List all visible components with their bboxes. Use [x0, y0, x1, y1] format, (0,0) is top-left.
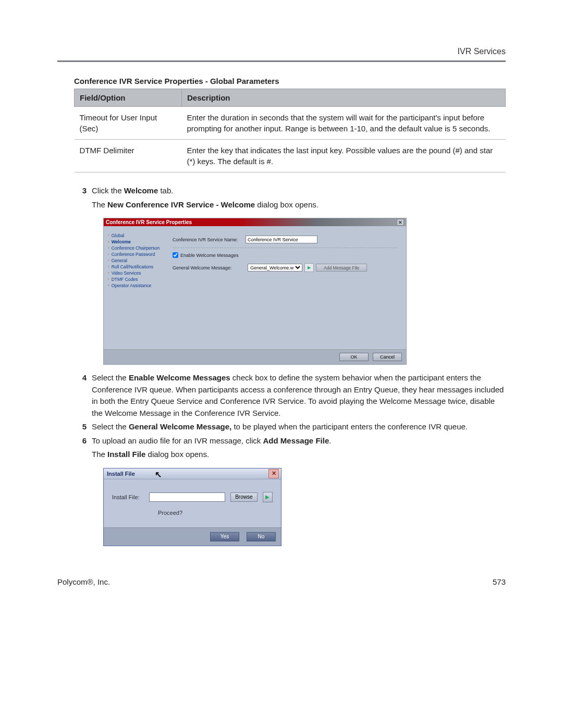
document-page: IVR Services Conference IVR Service Prop…: [0, 0, 563, 618]
enable-welcome-label: Enable Welcome Messages: [180, 253, 238, 258]
enable-welcome-checkbox[interactable]: [173, 252, 178, 258]
nav-label: General: [112, 258, 127, 263]
separator: [173, 248, 398, 248]
text: Click the: [92, 186, 124, 195]
yes-button[interactable]: Yes: [210, 532, 239, 541]
no-button[interactable]: No: [247, 532, 276, 541]
step-4: 4 Select the Enable Welcome Messages che…: [74, 372, 506, 419]
nav-label: Welcome: [112, 239, 131, 244]
section-header: IVR Services: [57, 47, 506, 56]
close-icon[interactable]: ✕: [397, 219, 404, 226]
bold: Add Message File: [263, 436, 329, 445]
table-caption: Conference IVR Service Properties - Glob…: [57, 77, 506, 85]
step-number: 3: [74, 185, 92, 211]
nav-label: Conference Chairperson: [112, 245, 160, 251]
step-number: 5: [74, 421, 92, 433]
text: Select the: [92, 422, 129, 431]
chevron-icon: ›: [108, 277, 109, 281]
step-number: 4: [74, 372, 92, 419]
nav-item-global[interactable]: ›Global: [108, 232, 166, 239]
add-message-file-button[interactable]: Add Message File: [316, 264, 367, 272]
text: The: [92, 200, 107, 209]
table-row: DTMF Delimiter Enter the key that indica…: [75, 140, 506, 172]
nav-item-welcome[interactable]: ›Welcome: [108, 239, 166, 245]
gwm-select[interactable]: General_Welcome.wav: [248, 264, 302, 272]
dialog-titlebar: Install File ↖ ✕: [104, 468, 281, 479]
step-5: 5 Select the General Welcome Message, to…: [74, 421, 506, 433]
install-file-dialog: Install File ↖ ✕ Install File: Browse ▶ …: [103, 468, 282, 546]
dialog-title: Conference IVR Service Properties: [106, 219, 397, 225]
header-rule: [57, 60, 506, 62]
bold: New Conference IVR Service - Welcome: [107, 200, 255, 209]
nav-label: Video Services: [112, 270, 141, 276]
nav-item-chairperson[interactable]: ›Conference Chairperson: [108, 245, 166, 251]
dialog-main: Conference IVR Service Name: Enable Welc…: [167, 231, 403, 346]
step-list: 3 Click the Welcome tab. The New Confere…: [74, 185, 506, 546]
nav-item-rollcall[interactable]: ›Roll Call/Notifications: [108, 264, 166, 270]
service-name-input[interactable]: [246, 236, 317, 243]
cell-desc: Enter the duration in seconds that the s…: [182, 107, 506, 140]
text: To upload an audio file for an IVR messa…: [92, 436, 263, 445]
step-3: 3 Click the Welcome tab. The New Confere…: [74, 185, 506, 211]
footer-right: 573: [493, 577, 506, 586]
page-footer: Polycom®, Inc. 573: [57, 577, 506, 586]
chevron-icon: ›: [108, 252, 109, 256]
chevron-icon: ›: [108, 240, 109, 244]
table-row: Timeout for User Input (Sec) Enter the d…: [75, 107, 506, 140]
dialog-titlebar: Conference IVR Service Properties ✕: [104, 218, 406, 226]
cell-field: DTMF Delimiter: [75, 140, 182, 172]
nav-item-dtmf[interactable]: ›DTMF Codes: [108, 276, 166, 282]
ok-button[interactable]: OK: [339, 353, 369, 361]
chevron-icon: ›: [108, 283, 109, 288]
cancel-button[interactable]: Cancel: [373, 353, 402, 361]
step-6: 6 To upload an audio file for an IVR mes…: [74, 435, 506, 461]
text: tab.: [158, 186, 173, 195]
nav-label: Global: [112, 233, 125, 238]
text: Select the: [92, 373, 129, 382]
col-field: Field/Option: [75, 89, 182, 107]
dialog-nav: ›Global ›Welcome ›Conference Chairperson…: [107, 231, 167, 346]
text: dialog box opens.: [145, 450, 209, 459]
dialog-footer: OK Cancel: [104, 349, 406, 364]
nav-item-operator[interactable]: ›Operator Assistance: [108, 282, 166, 289]
parameters-table: Field/Option Description Timeout for Use…: [74, 89, 506, 172]
text: dialog box opens.: [255, 200, 319, 209]
nav-label: DTMF Codes: [112, 277, 138, 282]
nav-label: Conference Password: [112, 252, 155, 257]
col-desc: Description: [182, 89, 506, 107]
nav-label: Roll Call/Notifications: [112, 264, 153, 269]
install-file-input[interactable]: [149, 492, 225, 502]
text: .: [329, 436, 331, 445]
bold: Welcome: [124, 186, 158, 195]
service-name-label: Conference IVR Service Name:: [173, 237, 246, 242]
chevron-icon: ›: [108, 233, 109, 238]
browse-button[interactable]: Browse: [230, 492, 257, 502]
text: to be played when the participant enters…: [231, 422, 468, 431]
dialog-title: Install File: [106, 471, 268, 477]
chevron-icon: ›: [108, 271, 109, 275]
step-number: 6: [74, 435, 92, 461]
cell-field: Timeout for User Input (Sec): [75, 107, 182, 140]
cursor-icon: ↖: [155, 470, 162, 479]
bold: Enable Welcome Messages: [129, 373, 230, 382]
bold: Install File: [107, 450, 145, 459]
play-icon[interactable]: ▶: [304, 263, 314, 272]
chevron-icon: ›: [108, 258, 109, 263]
chevron-icon: ›: [108, 246, 109, 250]
nav-item-password[interactable]: ›Conference Password: [108, 251, 166, 257]
cell-desc: Enter the key that indicates the last in…: [182, 140, 506, 172]
dialog-footer: Yes No: [104, 527, 281, 546]
close-icon[interactable]: ✕: [268, 469, 279, 478]
gwm-label: General Welcome Message:: [173, 265, 246, 270]
nav-item-video[interactable]: ›Video Services: [108, 270, 166, 276]
conference-ivr-dialog: Conference IVR Service Properties ✕ ›Glo…: [103, 218, 407, 365]
bold: General Welcome Message,: [129, 422, 231, 431]
install-file-label: Install File:: [112, 494, 144, 500]
footer-left: Polycom®, Inc.: [57, 577, 110, 586]
proceed-label: Proceed?: [158, 510, 273, 516]
chevron-icon: ›: [108, 265, 109, 269]
preview-icon[interactable]: ▶: [263, 492, 273, 502]
nav-item-general[interactable]: ›General: [108, 257, 166, 264]
nav-label: Operator Assistance: [112, 283, 152, 288]
text: The: [92, 450, 107, 459]
